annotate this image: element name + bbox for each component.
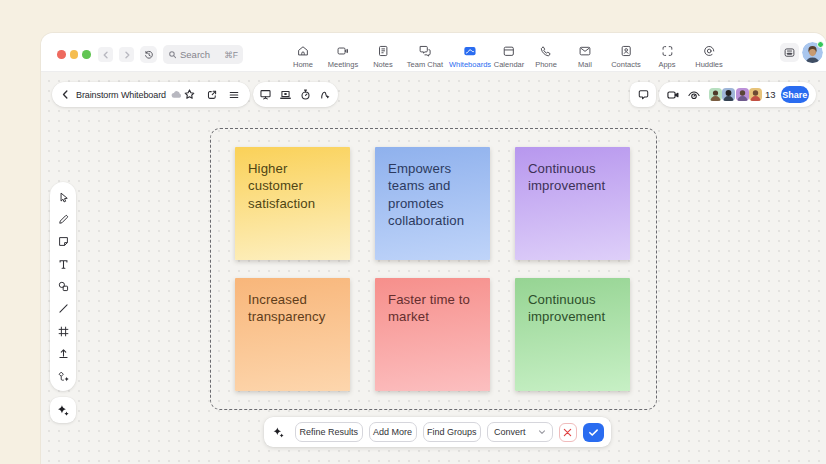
ai-assistant-button[interactable]	[50, 397, 76, 423]
nav-label: Contacts	[611, 60, 641, 69]
frame-tool-button[interactable]	[55, 323, 71, 339]
nav-whiteboards[interactable]: Whiteboards	[449, 44, 491, 69]
sticky-note[interactable]: Continuous improvement	[515, 147, 630, 260]
nav-contacts[interactable]: Contacts	[611, 44, 641, 69]
present-button[interactable]	[259, 88, 272, 101]
nav-label: Notes	[373, 60, 393, 69]
pen-tool-button[interactable]	[55, 211, 71, 227]
menu-button[interactable]	[228, 89, 240, 101]
follow-presenter-button[interactable]	[687, 88, 701, 102]
participant-avatar	[749, 88, 762, 101]
share-button[interactable]: Share	[781, 86, 809, 103]
sticky-note[interactable]: Increased transparency	[235, 278, 350, 391]
start-video-button[interactable]	[666, 88, 680, 102]
shapes-tool-button[interactable]	[55, 279, 71, 295]
nav-apps[interactable]: Apps	[658, 44, 675, 69]
cloud-sync-icon	[170, 88, 183, 101]
diagram-ai-icon	[57, 370, 70, 383]
upload-tool-button[interactable]	[55, 346, 71, 362]
sticky-note[interactable]: Higher customer satisfaction	[235, 147, 350, 260]
collaboration-toolbar: 13 Share	[659, 82, 816, 107]
laser-pointer-icon	[319, 88, 332, 101]
sparkle-glyph	[272, 426, 285, 439]
star-button[interactable]	[183, 88, 196, 101]
refine-results-button[interactable]: Refine Results	[295, 422, 363, 442]
line-tool-button[interactable]	[55, 301, 71, 317]
history-button[interactable]	[140, 46, 157, 63]
tray-icon	[783, 46, 796, 59]
text-tool-button[interactable]	[55, 256, 71, 272]
close-window-button[interactable]	[57, 50, 66, 59]
forward-button[interactable]	[119, 47, 134, 62]
follow-eye-icon	[687, 88, 701, 102]
back-button[interactable]	[98, 47, 113, 62]
maximize-window-button[interactable]	[82, 50, 91, 59]
comment-toolbar	[630, 82, 656, 107]
nav-mail[interactable]: Mail	[578, 44, 592, 69]
ai-sparkle-icon	[272, 426, 285, 439]
apps-icon	[660, 44, 674, 58]
shapes-icon	[57, 280, 70, 293]
nav-label: Whiteboards	[449, 60, 491, 69]
nav-meetings[interactable]: Meetings	[328, 44, 358, 69]
diagram-ai-tool-button[interactable]	[55, 368, 71, 384]
accept-button[interactable]	[583, 423, 604, 442]
nav-calendar[interactable]: Calendar	[494, 44, 524, 69]
chevron-left-icon	[61, 90, 70, 99]
sticky-notes-group[interactable]: Higher customer satisfaction Empowers te…	[210, 128, 657, 410]
laser-pointer-button[interactable]	[319, 88, 332, 101]
board-title: Brainstorm Whiteboard	[76, 90, 166, 100]
minimize-window-button[interactable]	[70, 50, 79, 59]
board-back-button[interactable]	[61, 90, 70, 99]
nav-label: Mail	[578, 60, 592, 69]
sticky-note-tool-button[interactable]	[55, 234, 71, 250]
nav-label: Home	[293, 60, 313, 69]
participant-avatars[interactable]	[709, 88, 763, 101]
upload-icon	[57, 347, 70, 360]
meeting-tray-button[interactable]	[780, 43, 799, 62]
nav-huddles[interactable]: Huddles	[695, 44, 723, 69]
participant-count: 13	[765, 89, 776, 100]
nav-label: Apps	[658, 60, 675, 69]
sticky-note[interactable]: Faster time to market	[375, 278, 490, 391]
search-input[interactable]: Search ⌘F	[163, 45, 243, 64]
export-button[interactable]	[206, 89, 218, 101]
sticky-note-text: Continuous improvement	[528, 161, 605, 193]
comment-button[interactable]	[637, 88, 650, 101]
nav-team-chat[interactable]: Team Chat	[407, 44, 443, 69]
search-icon	[168, 50, 177, 59]
whiteboard-canvas[interactable]: Higher customer satisfaction Empowers te…	[41, 72, 826, 464]
convert-dropdown-value: Convert	[494, 427, 526, 437]
comment-icon	[637, 88, 650, 101]
star-icon	[183, 88, 196, 101]
nav-label: Meetings	[328, 60, 358, 69]
sticky-note[interactable]: Empowers teams and promotes collaboratio…	[375, 147, 490, 260]
pencil-icon	[57, 213, 70, 226]
topbar-right	[780, 42, 823, 63]
chevron-down-glyph	[538, 428, 546, 436]
menu-icon	[228, 89, 240, 101]
home-icon	[296, 44, 310, 58]
select-tool-button[interactable]	[55, 189, 71, 205]
reject-button[interactable]	[559, 423, 577, 442]
nav-phone[interactable]: Phone	[535, 44, 557, 69]
drawing-toolbar	[50, 182, 76, 391]
magic-wand-icon	[56, 403, 70, 417]
convert-dropdown[interactable]: Convert	[487, 422, 553, 442]
find-groups-button[interactable]: Find Groups	[423, 422, 482, 442]
export-icon	[206, 89, 218, 101]
timer-button[interactable]	[299, 88, 312, 101]
user-avatar[interactable]	[802, 42, 823, 63]
sticky-note-text: Faster time to market	[388, 292, 470, 324]
sticky-note[interactable]: Continuous improvement	[515, 278, 630, 391]
online-status-dot	[817, 41, 824, 48]
nav-home[interactable]: Home	[293, 44, 313, 69]
reject-x-icon	[563, 428, 572, 437]
add-more-button[interactable]: Add More	[369, 422, 417, 442]
meetings-icon	[336, 44, 350, 58]
sticky-note-text: Continuous improvement	[528, 292, 605, 324]
sticky-note-text: Empowers teams and promotes collaboratio…	[388, 161, 464, 228]
share-to-device-button[interactable]	[279, 88, 292, 101]
participant-avatar	[722, 88, 735, 101]
nav-notes[interactable]: Notes	[373, 44, 393, 69]
